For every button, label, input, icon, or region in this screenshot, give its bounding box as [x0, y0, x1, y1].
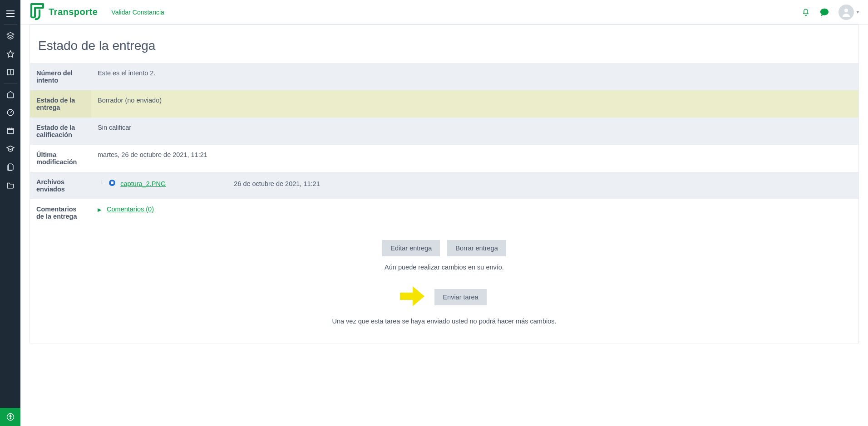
file-type-icon [108, 179, 116, 188]
sidebar-divider [4, 24, 17, 25]
home-icon[interactable] [0, 85, 20, 103]
row-grade: Estado de la calificación Sin calificar [30, 118, 858, 145]
label-modified: Última modificación [30, 145, 91, 172]
brand-logo[interactable]: Transporte [30, 3, 98, 21]
files-icon[interactable] [0, 158, 20, 176]
calendar-icon[interactable] [0, 122, 20, 140]
row-status: Estado de la entrega Borrador (no enviad… [30, 90, 858, 118]
value-grade: Sin calificar [91, 118, 858, 145]
hint-final: Una vez que esta tarea se haya enviado u… [30, 318, 858, 325]
edit-button[interactable]: Editar entrega [382, 240, 440, 256]
svg-marker-0 [7, 33, 14, 36]
delete-button[interactable]: Borrar entrega [447, 240, 506, 256]
value-attempt: Este es el intento 2. [91, 63, 858, 90]
row-attempt: Número del intento Este es el intento 2. [30, 63, 858, 90]
row-modified: Última modificación martes, 26 de octubr… [30, 145, 858, 172]
label-comments: Comentarios de la entrega [30, 199, 91, 226]
topbar: Transporte Validar Constancia ▾ [20, 0, 868, 24]
file-tree-icon: └ [99, 180, 104, 187]
row-comments: Comentarios de la entrega ▶ Comentarios … [30, 199, 858, 226]
logo-icon [30, 3, 45, 21]
svg-rect-8 [111, 181, 113, 184]
validar-link[interactable]: Validar Constancia [111, 9, 164, 16]
label-status: Estado de la entrega [30, 90, 91, 118]
graduation-icon[interactable] [0, 140, 20, 158]
layers-icon[interactable] [0, 27, 20, 45]
submission-card: Estado de la entrega Número del intento … [30, 24, 859, 343]
status-table: Número del intento Este es el intento 2.… [30, 63, 858, 226]
avatar-icon [838, 5, 854, 20]
gauge-icon[interactable] [0, 103, 20, 122]
action-row: Editar entrega Borrar entrega [30, 240, 858, 256]
value-status: Borrador (no enviado) [91, 90, 858, 118]
caret-right-icon: ▶ [98, 207, 101, 212]
menu-toggle-icon[interactable] [0, 5, 20, 23]
hint-can-change: Aún puede realizar cambios en su envío. [30, 264, 858, 271]
page-title: Estado de la entrega [30, 39, 858, 63]
file-link[interactable]: captura_2.PNG [120, 180, 166, 187]
svg-point-6 [844, 9, 848, 12]
folder-icon[interactable] [0, 176, 20, 194]
submit-button[interactable]: Enviar tarea [434, 289, 486, 305]
chevron-down-icon: ▾ [857, 10, 859, 15]
sidebar-divider [4, 83, 17, 83]
sidebar [0, 0, 20, 426]
star-icon[interactable] [0, 45, 20, 63]
accessibility-icon[interactable] [0, 408, 20, 426]
svg-rect-3 [7, 128, 14, 134]
label-attempt: Número del intento [30, 63, 91, 90]
file-row: └ captura_2.PNG 26 de octubre de 2021, 1… [98, 178, 852, 189]
row-files: Archivos enviados └ captura_2.PNG 26 de … [30, 172, 858, 199]
chat-icon[interactable] [819, 8, 829, 17]
svg-point-5 [10, 415, 10, 416]
value-modified: martes, 26 de octubre de 2021, 11:21 [91, 145, 858, 172]
comments-toggle[interactable]: Comentarios (0) [107, 206, 154, 213]
brand-name: Transporte [49, 7, 98, 17]
yellow-arrow-icon [399, 284, 425, 310]
bell-icon[interactable] [801, 8, 810, 17]
book-icon[interactable] [0, 63, 20, 81]
label-files: Archivos enviados [30, 172, 91, 199]
file-date: 26 de octubre de 2021, 11:21 [234, 180, 320, 187]
svg-marker-1 [7, 51, 14, 58]
label-grade: Estado de la calificación [30, 118, 91, 145]
user-menu[interactable]: ▾ [838, 5, 859, 20]
